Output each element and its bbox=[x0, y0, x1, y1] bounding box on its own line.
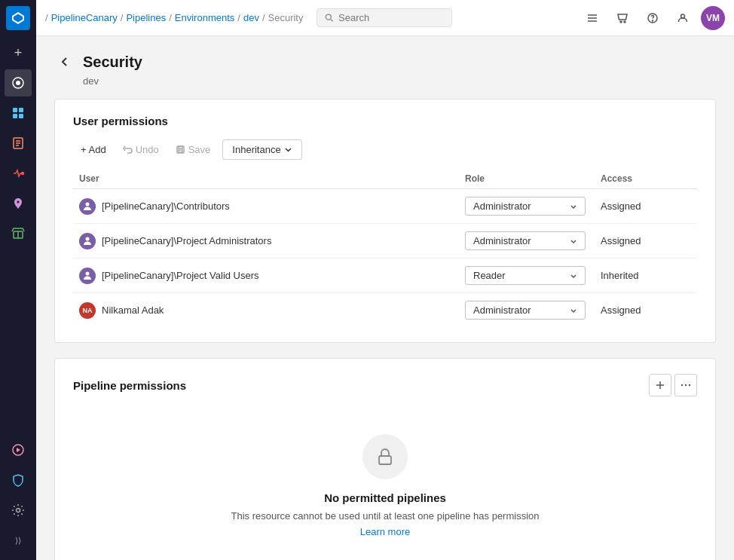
avatar bbox=[79, 198, 96, 215]
role-value: Administrator bbox=[473, 200, 531, 212]
search-input[interactable] bbox=[338, 12, 444, 23]
back-button[interactable] bbox=[54, 51, 75, 72]
user-cell: [PipelineCanary]\Project Valid Users bbox=[79, 268, 465, 284]
svg-rect-26 bbox=[179, 146, 182, 148]
svg-point-15 bbox=[326, 14, 332, 20]
sidebar-item-add[interactable]: + bbox=[5, 39, 32, 66]
user-name: [PipelineCanary]\Project Administrators bbox=[102, 235, 271, 246]
avatar bbox=[79, 233, 96, 249]
add-button[interactable]: + Add bbox=[73, 140, 114, 159]
breadcrumb-sep1: / bbox=[121, 12, 124, 23]
breadcrumb-separator: / bbox=[45, 12, 48, 23]
pipeline-permissions-title: Pipeline permissions bbox=[73, 379, 186, 392]
role-select[interactable]: Administrator bbox=[465, 197, 586, 216]
svg-point-29 bbox=[86, 237, 90, 240]
page-title: Security bbox=[83, 54, 142, 71]
role-select[interactable]: Administrator bbox=[465, 231, 586, 250]
lock-circle bbox=[362, 434, 408, 479]
sidebar-item-home[interactable] bbox=[5, 69, 32, 96]
user-button[interactable] bbox=[671, 6, 695, 30]
table-header: User Role Access bbox=[73, 169, 697, 189]
svg-rect-27 bbox=[179, 150, 182, 152]
user-cell: [PipelineCanary]\Project Administrators bbox=[79, 233, 465, 249]
empty-description: This resource cannot be used until at le… bbox=[231, 510, 539, 522]
breadcrumb-sep2: / bbox=[169, 12, 172, 23]
add-pipeline-button[interactable] bbox=[649, 374, 671, 396]
user-name: Nilkamal Adak bbox=[102, 304, 164, 316]
pipeline-permissions-card: Pipeline permissions No permitted pipeli… bbox=[54, 358, 716, 560]
breadcrumb-pipelines[interactable]: Pipelines bbox=[126, 12, 166, 23]
svg-point-21 bbox=[624, 21, 625, 23]
svg-point-20 bbox=[620, 21, 622, 23]
empty-title: No permitted pipelines bbox=[324, 491, 446, 504]
page-subtitle: dev bbox=[83, 75, 716, 87]
cart-button[interactable] bbox=[610, 6, 635, 30]
page-header: Security bbox=[54, 51, 716, 72]
svg-rect-36 bbox=[379, 456, 391, 464]
sidebar-item-testplans[interactable] bbox=[5, 190, 32, 217]
pipeline-actions bbox=[649, 374, 697, 396]
table-row: [PipelineCanary]\Project Administrators … bbox=[73, 224, 697, 259]
inheritance-label: Inheritance bbox=[232, 144, 280, 155]
sidebar-item-repos[interactable] bbox=[5, 130, 32, 157]
user-name: [PipelineCanary]\Project Valid Users bbox=[102, 270, 259, 281]
breadcrumb: / PipelineCanary / Pipelines / Environme… bbox=[45, 12, 303, 23]
breadcrumb-sep4: / bbox=[262, 12, 265, 23]
ellipsis-icon bbox=[680, 380, 691, 390]
plus-icon bbox=[655, 380, 665, 390]
access-badge: Assigned bbox=[601, 235, 691, 246]
breadcrumb-environments[interactable]: Environments bbox=[175, 12, 234, 23]
role-value: Administrator bbox=[473, 304, 531, 316]
table-row: [PipelineCanary]\Project Valid Users Rea… bbox=[73, 259, 697, 293]
user-permissions-title: User permissions bbox=[73, 115, 697, 127]
app-logo[interactable] bbox=[6, 6, 30, 30]
breadcrumb-security: Security bbox=[268, 12, 304, 23]
breadcrumb-dev[interactable]: dev bbox=[243, 12, 259, 23]
search-icon bbox=[325, 13, 334, 23]
sidebar-item-gear[interactable] bbox=[5, 497, 32, 524]
user-avatar[interactable]: VM bbox=[701, 6, 725, 30]
dropdown-icon bbox=[570, 237, 577, 245]
save-button[interactable]: Save bbox=[168, 140, 219, 159]
list-view-button[interactable] bbox=[580, 6, 604, 30]
svg-point-10 bbox=[22, 173, 24, 175]
inheritance-button[interactable]: Inheritance bbox=[222, 139, 301, 160]
undo-button[interactable]: Undo bbox=[115, 140, 167, 159]
svg-rect-4 bbox=[13, 114, 17, 118]
role-value: Reader bbox=[473, 270, 506, 281]
svg-point-30 bbox=[86, 271, 90, 275]
role-value: Administrator bbox=[473, 235, 531, 246]
pipeline-header: Pipeline permissions bbox=[73, 374, 697, 396]
save-label: Save bbox=[188, 144, 211, 155]
sidebar-item-security-nav[interactable] bbox=[5, 467, 32, 494]
svg-rect-5 bbox=[19, 114, 23, 118]
learn-more-link[interactable]: Learn more bbox=[360, 526, 410, 537]
col-access: Access bbox=[601, 173, 691, 184]
sidebar-item-artifacts[interactable] bbox=[5, 220, 32, 247]
avatar bbox=[79, 268, 96, 284]
svg-rect-2 bbox=[13, 108, 17, 112]
sidebar-item-pipelines[interactable] bbox=[5, 160, 32, 187]
search-box[interactable] bbox=[317, 8, 452, 27]
avatar: NA bbox=[79, 302, 96, 319]
more-options-button[interactable] bbox=[674, 374, 697, 396]
role-select[interactable]: Administrator bbox=[465, 301, 586, 320]
dropdown-icon bbox=[570, 203, 577, 210]
help-button[interactable] bbox=[641, 6, 665, 30]
svg-point-1 bbox=[16, 81, 20, 85]
empty-state: No permitted pipelines This resource can… bbox=[73, 412, 697, 552]
user-cell: [PipelineCanary]\Contributors bbox=[79, 198, 465, 215]
sidebar-item-expand[interactable]: ⟩⟩ bbox=[5, 527, 32, 554]
sidebar-item-boards[interactable] bbox=[5, 99, 32, 127]
svg-line-16 bbox=[331, 20, 333, 22]
chevron-down-icon bbox=[284, 145, 292, 154]
dropdown-icon bbox=[570, 272, 577, 280]
user-cell: NA Nilkamal Adak bbox=[79, 302, 465, 319]
toolbar: + Add Undo Save Inheritance bbox=[73, 139, 697, 160]
sidebar-item-settings[interactable] bbox=[5, 436, 32, 464]
role-select[interactable]: Reader bbox=[465, 266, 586, 285]
breadcrumb-sep3: / bbox=[237, 12, 240, 23]
lock-icon bbox=[375, 447, 395, 467]
breadcrumb-pipelinecanary[interactable]: PipelineCanary bbox=[51, 12, 118, 23]
svg-rect-3 bbox=[19, 108, 23, 112]
